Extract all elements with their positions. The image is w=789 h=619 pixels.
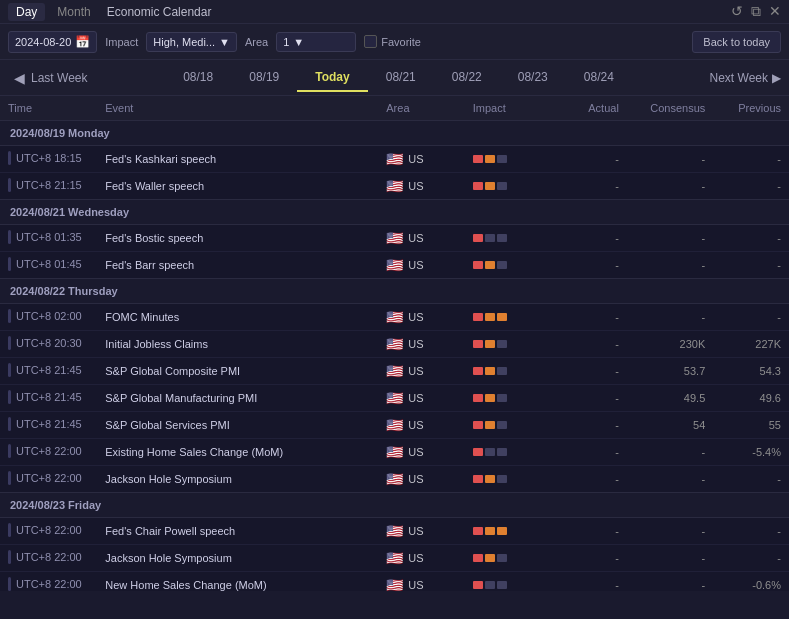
area-label: Area xyxy=(245,36,268,48)
impact-bar xyxy=(485,155,495,163)
impact-bar xyxy=(473,554,483,562)
nav-bar: ◀ Last Week 08/1808/19Today08/2108/2208/… xyxy=(0,60,789,96)
impact-bars xyxy=(473,581,543,589)
flag-icon: 🇺🇸 xyxy=(386,178,403,194)
nav-date-0819[interactable]: 08/19 xyxy=(231,64,297,92)
close-icon[interactable]: ✕ xyxy=(769,3,781,20)
maximize-icon[interactable]: ⧉ xyxy=(751,3,761,20)
area-cell: 🇺🇸US xyxy=(378,439,464,466)
next-week-text: Next Week xyxy=(710,71,768,85)
tab-day[interactable]: Day xyxy=(8,3,45,21)
previous-cell: - xyxy=(713,225,789,252)
impact-cell xyxy=(465,146,551,173)
consensus-cell: - xyxy=(627,304,713,331)
time-cell: UTC+8 21:45 xyxy=(0,385,97,412)
impact-value: High, Medi... xyxy=(153,36,215,48)
previous-cell: 49.6 xyxy=(713,385,789,412)
previous-cell: - xyxy=(713,146,789,173)
next-week-label[interactable]: Next Week ▶ xyxy=(710,71,781,85)
app-title: Economic Calendar xyxy=(107,5,212,19)
table-row[interactable]: UTC+8 22:00New Home Sales Change (MoM)🇺🇸… xyxy=(0,572,789,592)
table-row[interactable]: UTC+8 22:00Jackson Hole Symposium🇺🇸US--- xyxy=(0,545,789,572)
flag-icon: 🇺🇸 xyxy=(386,523,403,539)
consensus-cell: - xyxy=(627,146,713,173)
area-select[interactable]: 1 ▼ xyxy=(276,32,356,52)
table-row[interactable]: UTC+8 22:00Existing Home Sales Change (M… xyxy=(0,439,789,466)
actual-cell: - xyxy=(551,466,627,493)
time-cell: UTC+8 01:45 xyxy=(0,252,97,279)
header-area: Area xyxy=(378,96,464,121)
consensus-cell: - xyxy=(627,173,713,200)
favorite-checkbox-container[interactable]: Favorite xyxy=(364,35,421,48)
nav-date-0824[interactable]: 08/24 xyxy=(566,64,632,92)
prev-week-label[interactable]: Last Week xyxy=(31,71,87,85)
table-row[interactable]: UTC+8 02:00FOMC Minutes🇺🇸US--- xyxy=(0,304,789,331)
previous-cell: 54.3 xyxy=(713,358,789,385)
consensus-cell: - xyxy=(627,518,713,545)
flag-icon: 🇺🇸 xyxy=(386,230,403,246)
table-row[interactable]: UTC+8 21:45S&P Global Manufacturing PMI🇺… xyxy=(0,385,789,412)
impact-cell xyxy=(465,466,551,493)
area-cell: 🇺🇸US xyxy=(378,466,464,493)
nav-date-today[interactable]: Today xyxy=(297,64,367,92)
area-cell: 🇺🇸US xyxy=(378,146,464,173)
table-row[interactable]: UTC+8 18:15Fed's Kashkari speech🇺🇸US--- xyxy=(0,146,789,173)
area-value: US xyxy=(408,180,423,192)
row-indicator xyxy=(8,230,11,244)
impact-bars xyxy=(473,234,543,242)
table-row[interactable]: UTC+8 22:00Fed's Chair Powell speech🇺🇸US… xyxy=(0,518,789,545)
time-cell: UTC+8 18:15 xyxy=(0,146,97,173)
group-header: 2024/08/19 Monday xyxy=(0,121,789,146)
impact-bar xyxy=(473,581,483,589)
refresh-icon[interactable]: ↺ xyxy=(731,3,743,20)
area-value: 1 xyxy=(283,36,289,48)
event-cell: Jackson Hole Symposium xyxy=(97,545,378,572)
favorite-checkbox[interactable] xyxy=(364,35,377,48)
favorite-label: Favorite xyxy=(381,36,421,48)
event-cell: FOMC Minutes xyxy=(97,304,378,331)
event-cell: Fed's Waller speech xyxy=(97,173,378,200)
impact-bar xyxy=(485,261,495,269)
tab-month[interactable]: Month xyxy=(49,3,98,21)
impact-select[interactable]: High, Medi... ▼ xyxy=(146,32,237,52)
nav-date-0823[interactable]: 08/23 xyxy=(500,64,566,92)
area-value: US xyxy=(408,473,423,485)
event-cell: Fed's Bostic speech xyxy=(97,225,378,252)
impact-bars xyxy=(473,448,543,456)
row-indicator xyxy=(8,417,11,431)
header-impact: Impact xyxy=(465,96,551,121)
impact-cell xyxy=(465,518,551,545)
impact-bar xyxy=(497,394,507,402)
impact-bar xyxy=(497,527,507,535)
impact-cell xyxy=(465,304,551,331)
impact-bar xyxy=(497,340,507,348)
row-indicator xyxy=(8,309,11,323)
nav-date-0818[interactable]: 08/18 xyxy=(165,64,231,92)
impact-cell xyxy=(465,331,551,358)
table-row[interactable]: UTC+8 21:45S&P Global Services PMI🇺🇸US-5… xyxy=(0,412,789,439)
group-header: 2024/08/22 Thursday xyxy=(0,279,789,304)
prev-week-button[interactable]: ◀ xyxy=(8,68,31,88)
impact-bar xyxy=(485,475,495,483)
back-to-today-button[interactable]: Back to today xyxy=(692,31,781,53)
table-row[interactable]: UTC+8 20:30Initial Jobless Claims🇺🇸US-23… xyxy=(0,331,789,358)
row-indicator xyxy=(8,523,11,537)
impact-cell xyxy=(465,385,551,412)
impact-bars xyxy=(473,261,543,269)
actual-cell: - xyxy=(551,252,627,279)
actual-cell: - xyxy=(551,225,627,252)
table-row[interactable]: UTC+8 01:45Fed's Barr speech🇺🇸US--- xyxy=(0,252,789,279)
table-row[interactable]: UTC+8 01:35Fed's Bostic speech🇺🇸US--- xyxy=(0,225,789,252)
impact-bars xyxy=(473,313,543,321)
row-indicator xyxy=(8,363,11,377)
impact-bar xyxy=(473,313,483,321)
table-row[interactable]: UTC+8 22:00Jackson Hole Symposium🇺🇸US--- xyxy=(0,466,789,493)
table-row[interactable]: UTC+8 21:15Fed's Waller speech🇺🇸US--- xyxy=(0,173,789,200)
nav-date-0821[interactable]: 08/21 xyxy=(368,64,434,92)
date-input[interactable]: 2024-08-20 📅 xyxy=(8,31,97,53)
table-row[interactable]: UTC+8 21:45S&P Global Composite PMI🇺🇸US-… xyxy=(0,358,789,385)
impact-bar xyxy=(485,234,495,242)
impact-cell xyxy=(465,439,551,466)
nav-date-0822[interactable]: 08/22 xyxy=(434,64,500,92)
impact-bars xyxy=(473,155,543,163)
